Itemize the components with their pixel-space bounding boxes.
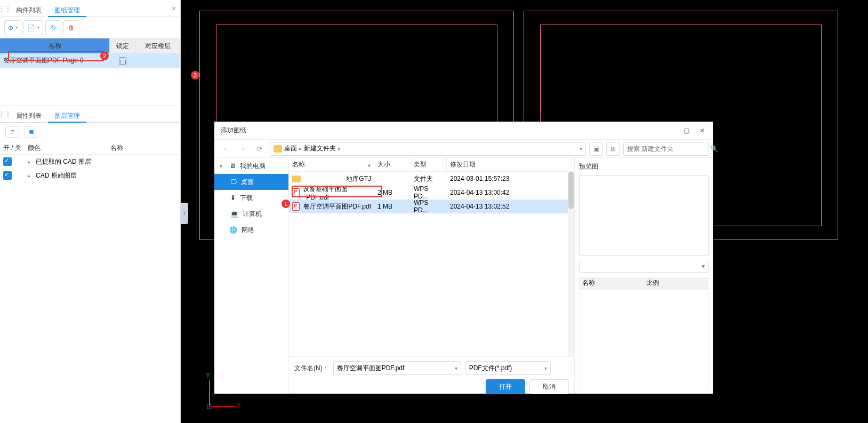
breadcrumb-item[interactable]: 桌面 [284, 144, 297, 153]
delete-button[interactable]: 🗑 [63, 20, 79, 35]
layer-row[interactable]: ▸ 已提取的 CAD 图层 [0, 155, 180, 169]
filetype-combo[interactable]: PDF文件(*.pdf) ▾ [465, 361, 551, 375]
checkbox-icon[interactable] [3, 157, 12, 166]
pdf-icon [292, 202, 300, 211]
close-panel-icon[interactable]: × [172, 4, 176, 13]
dialog-nav: ← → ⟳ 桌面 ▸ 新建文件夹 ▸ ▾ ▣ ⊞ 🔍 [214, 140, 713, 158]
col-type[interactable]: 类型 [411, 158, 447, 171]
origin-icon [207, 404, 212, 409]
left-panel: ⋮⋮ 构件列表 图纸管理 × ⊕ 📄 ↻ 🗑 名称 锁定 对应楼层 餐厅空调平面… [0, 0, 181, 423]
expand-arrow-icon[interactable]: ▸ [28, 159, 30, 165]
tab-component-list[interactable]: 构件列表 [10, 3, 48, 17]
expand-arrow-icon[interactable]: ▸ [28, 173, 30, 179]
checkbox-icon[interactable] [3, 171, 12, 180]
view-mode-button[interactable]: ⊞ [606, 142, 620, 156]
grid-header-floor[interactable]: 对应楼层 [135, 38, 180, 53]
chevron-right-icon: ▸ [299, 146, 302, 151]
file-date: 2024-03-01 15:57:23 [447, 175, 574, 182]
filename-label: 文件名(N)： [294, 364, 329, 373]
tree-download[interactable]: ⬇ 下载 [214, 190, 288, 206]
file-type: 文件夹 [411, 174, 447, 183]
nav-back-button[interactable]: ← [219, 142, 232, 155]
chevron-down-icon[interactable]: ▾ [455, 365, 457, 371]
drawing-row-lock[interactable] [110, 53, 135, 68]
cancel-button[interactable]: 取消 [529, 379, 569, 394]
search-icon[interactable]: 🔍 [710, 145, 718, 153]
layer-tool-2[interactable]: ≣ [25, 126, 38, 138]
preview-label: 预览图 [579, 162, 709, 171]
export-button[interactable]: 📄 [23, 20, 43, 35]
col-size[interactable]: 大小 [374, 158, 411, 171]
add-drawing-button[interactable]: ⊕ [4, 20, 21, 35]
new-folder-button[interactable]: ▣ [589, 142, 603, 156]
file-list: 名称▴ 大小 类型 修改日期 地库GTJ 文件夹 2024-03-01 15:5… [289, 158, 574, 394]
close-button[interactable]: ✕ [695, 125, 710, 137]
layer-header-onoff[interactable]: 开 / 关 [0, 141, 28, 154]
tab-property-list[interactable]: 属性列表 [10, 109, 48, 123]
maximize-button[interactable]: ▢ [679, 125, 694, 137]
computer-icon: 💻 [230, 210, 238, 218]
layer-header-color[interactable]: 颜色 [28, 141, 53, 154]
window-controls: ▢ ✕ [679, 125, 710, 137]
monitor-icon: 🖥 [229, 162, 236, 170]
layer-row[interactable]: ▸ CAD 原始图层 [0, 169, 180, 182]
dialog-footer: 文件名(N)： 餐厅空调平面图PDF.pdf ▾ PDF文件(*.pdf) ▾ … [289, 356, 574, 394]
annotation-badge-2: 2 [100, 52, 109, 60]
layer-header-name[interactable]: 名称 [53, 141, 180, 154]
filename-value: 餐厅空调平面图PDF.pdf [337, 364, 405, 373]
file-row[interactable]: 设备基础平面图_PDF.pdf 2 MB WPS PD… 2024-04-13 … [289, 186, 574, 199]
preview-pane: 预览图 ▾ 名称 比例 [574, 158, 713, 394]
nav-refresh-button[interactable]: ⟳ [253, 142, 267, 155]
panel-expand-handle[interactable]: ‹ [181, 203, 188, 224]
drag-handle-icon[interactable]: ⋮⋮ [0, 106, 10, 123]
file-type: WPS PD… [411, 199, 447, 214]
x-axis-label: X [237, 402, 241, 409]
tree-desktop[interactable]: 🖵 桌面 [214, 174, 288, 190]
chevron-right-icon: ▸ [338, 146, 341, 151]
filename-combo[interactable]: 餐厅空调平面图PDF.pdf ▾ [333, 361, 461, 375]
tab-layer-manage[interactable]: 图层管理 [48, 109, 86, 123]
grid-header-lock[interactable]: 锁定 [110, 38, 135, 53]
location-tree: ▾ 🖥 我的电脑 🖵 桌面 ⬇ 下载 💻 计算机 🌐 网络 [214, 158, 289, 394]
layer-header: 开 / 关 颜色 名称 [0, 141, 180, 155]
col-name[interactable]: 名称▴ [289, 158, 374, 171]
tree-computer[interactable]: 💻 计算机 [214, 206, 288, 222]
ratio-header-name[interactable]: 名称 [579, 277, 643, 290]
tab-drawing-manage[interactable]: 图纸管理 [48, 3, 86, 17]
file-row[interactable]: 地库GTJ 文件夹 2024-03-01 15:57:23 [289, 172, 574, 186]
download-icon: ⬇ [230, 194, 236, 202]
layer-toolbar: ≡ ≣ [0, 123, 180, 141]
ratio-header: 名称 比例 [579, 277, 709, 290]
drawing-row[interactable]: 餐厅空调平面图PDF-Page-0 [0, 53, 180, 68]
breadcrumb-item[interactable]: 新建文件夹 [304, 144, 336, 153]
collapse-arrow-icon[interactable]: ▾ [220, 163, 225, 169]
add-drawing-dialog: 添加图纸 ▢ ✕ ← → ⟳ 桌面 ▸ 新建文件夹 ▸ ▾ ▣ ⊞ 🔍 ▾ 🖥 … [214, 122, 713, 394]
dialog-body: ▾ 🖥 我的电脑 🖵 桌面 ⬇ 下载 💻 计算机 🌐 网络 [214, 158, 713, 394]
annotation-badge-3: 3 [191, 71, 199, 79]
search-input[interactable] [627, 145, 707, 153]
file-name: 地库GTJ [346, 174, 371, 183]
preview-box [579, 175, 709, 256]
layer-tool-1[interactable]: ≡ [5, 126, 19, 138]
preview-filter-dropdown[interactable]: ▾ [579, 260, 709, 273]
file-date: 2024-04-13 13:00:42 [447, 189, 574, 196]
tree-my-computer[interactable]: ▾ 🖥 我的电脑 [214, 158, 288, 174]
file-list-header: 名称▴ 大小 类型 修改日期 [289, 158, 574, 172]
file-name: 设备基础平面图_PDF.pdf [303, 185, 371, 201]
drawing-row-floor[interactable] [135, 53, 180, 68]
refresh-button[interactable]: ↻ [45, 20, 61, 35]
chevron-down-icon[interactable]: ▾ [544, 365, 547, 371]
ratio-header-ratio[interactable]: 比例 [643, 277, 709, 290]
search-box[interactable]: 🔍 [623, 142, 709, 156]
breadcrumb-dropdown-icon[interactable]: ▾ [580, 146, 582, 151]
file-row[interactable]: 餐厅空调平面图PDF.pdf 1 MB WPS PD… 2024-04-13 1… [289, 199, 574, 213]
nav-forward-button[interactable]: → [236, 142, 250, 155]
breadcrumb[interactable]: 桌面 ▸ 新建文件夹 ▸ ▾ [270, 142, 586, 156]
tree-network[interactable]: 🌐 网络 [214, 222, 288, 238]
open-button: 打开 [486, 379, 525, 394]
col-date[interactable]: 修改日期 [447, 158, 574, 171]
tree-label: 计算机 [243, 210, 262, 219]
scroll-thumb[interactable] [568, 172, 574, 209]
grid-header-name[interactable]: 名称 [0, 38, 110, 53]
drag-handle-icon[interactable]: ⋮⋮ [0, 0, 10, 17]
